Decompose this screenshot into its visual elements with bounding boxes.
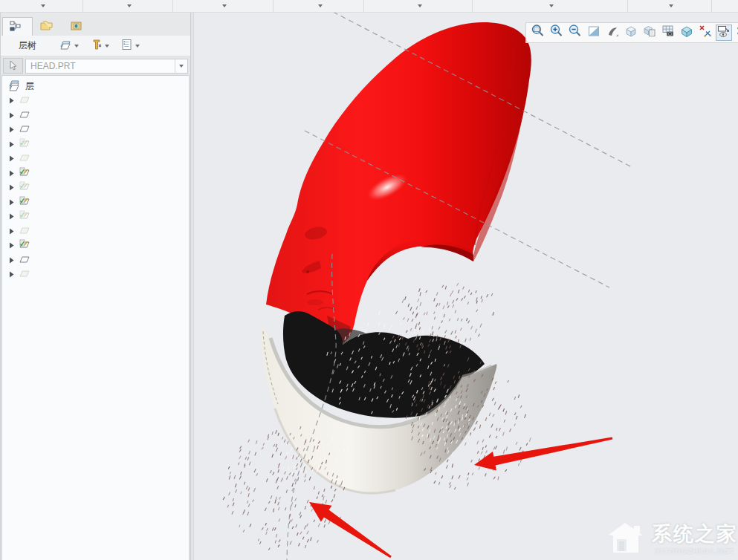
ribbon-tab-7[interactable] <box>628 0 712 12</box>
layer-icon <box>19 123 30 136</box>
layer-tree-panel: 层 <box>1 75 190 560</box>
ribbon-tab-1[interactable] <box>0 0 83 12</box>
dropdown-caret-icon <box>318 4 323 7</box>
perspective-icon <box>679 24 694 42</box>
layer-tree-item[interactable] <box>7 123 189 137</box>
enhanced-realism-icon <box>605 24 620 42</box>
zoom-in-button[interactable] <box>548 25 565 41</box>
ribbon-tab-3[interactable] <box>173 0 273 12</box>
show-spin-center-icon <box>735 24 738 42</box>
cursor-icon <box>8 60 19 71</box>
expand-triangle-icon[interactable] <box>7 112 15 119</box>
repaint-button[interactable] <box>586 25 602 41</box>
expand-triangle-icon[interactable] <box>7 97 15 104</box>
layer-tree-item[interactable] <box>7 224 189 239</box>
panel-tab-2[interactable] <box>33 17 63 36</box>
layer-filled-icon <box>19 225 30 238</box>
expand-triangle-icon[interactable] <box>7 155 15 162</box>
layer-stack-icon <box>59 39 72 53</box>
ribbon-tab-5[interactable] <box>364 0 473 12</box>
layer-tree-item[interactable] <box>7 152 189 166</box>
layer-tree-item[interactable] <box>7 238 189 253</box>
zoom-out-icon <box>568 24 583 42</box>
layer-tree-item[interactable] <box>7 267 189 282</box>
appearance-gallery-icon <box>661 24 676 42</box>
layer-tree-item[interactable] <box>7 166 189 181</box>
expand-triangle-icon[interactable] <box>7 242 15 249</box>
ribbon-tab-2[interactable] <box>83 0 173 12</box>
show-spin-center-button[interactable] <box>734 25 738 41</box>
annotation-display-button[interactable] <box>716 25 732 41</box>
favorites-icon <box>70 20 82 33</box>
expand-triangle-icon[interactable] <box>7 213 15 220</box>
graphics-area[interactable]: 系统之家 XITONGZHIJIA.NET <box>194 13 738 560</box>
expand-triangle-icon[interactable] <box>7 228 15 235</box>
layer-tree-item[interactable] <box>7 195 189 210</box>
zoom-region-button[interactable] <box>530 25 546 41</box>
layer-tree-icon <box>10 20 22 34</box>
layer-tree-root[interactable]: 层 <box>7 79 189 94</box>
layer-filled-icon <box>19 268 30 281</box>
rule-layer-icon <box>19 181 30 194</box>
appearance-gallery-button[interactable] <box>660 25 676 41</box>
ribbon-tab-8[interactable] <box>712 0 738 12</box>
expand-triangle-icon[interactable] <box>7 141 15 148</box>
layer-filled-icon <box>19 94 30 107</box>
dropdown-caret-icon <box>418 4 422 7</box>
layer-settings-button[interactable] <box>88 37 112 55</box>
ribbon-tab-bar <box>0 0 738 13</box>
layer-icon <box>19 109 30 122</box>
model-viewport <box>194 13 738 560</box>
expand-triangle-icon[interactable] <box>7 170 15 177</box>
expand-triangle-icon[interactable] <box>7 126 15 133</box>
zoom-out-button[interactable] <box>567 25 583 41</box>
layer-tree-item[interactable] <box>7 253 189 268</box>
model-selector-row: HEAD.PRT <box>1 56 190 75</box>
layer-tree-item[interactable] <box>7 94 189 108</box>
panel-tab-3[interactable] <box>63 17 93 36</box>
annotation-display-icon <box>716 24 731 42</box>
navigator-sidebar: 层树 HEAD.PRT <box>0 13 190 560</box>
rule-layer-icon <box>19 239 30 252</box>
expand-triangle-icon[interactable] <box>7 271 15 278</box>
datum-display-filters-button[interactable] <box>697 25 713 41</box>
select-tool-button[interactable] <box>3 58 23 74</box>
ribbon-tab-4[interactable] <box>273 0 364 12</box>
combobox-dropdown-icon[interactable] <box>175 59 187 73</box>
layer-tree-root-label: 层 <box>25 80 34 93</box>
model-combobox-value: HEAD.PRT <box>26 61 175 71</box>
layer-tree-item[interactable] <box>7 137 189 152</box>
perspective-button[interactable] <box>679 25 695 41</box>
dropdown-caret-icon <box>127 4 132 7</box>
arrow-right <box>474 437 612 471</box>
expand-triangle-icon[interactable] <box>7 199 15 206</box>
display-style-button[interactable] <box>623 25 639 41</box>
layer-tree-item[interactable] <box>7 108 189 123</box>
layer-tree-item[interactable] <box>7 209 189 224</box>
layer-stack-button[interactable] <box>56 38 82 54</box>
section-button[interactable] <box>641 25 658 41</box>
creo-window: 层树 HEAD.PRT <box>0 0 738 560</box>
expand-triangle-icon[interactable] <box>7 257 15 264</box>
repaint-icon <box>586 24 601 42</box>
panel-tab-1[interactable] <box>2 17 33 36</box>
layer-info-button[interactable] <box>118 37 143 55</box>
datum-display-filters-icon <box>698 24 713 42</box>
ribbon-tab-6[interactable] <box>473 0 628 12</box>
layer-list-icon <box>121 39 133 53</box>
section-icon <box>642 24 657 42</box>
rule-layer-icon <box>19 196 30 209</box>
zoom-in-icon <box>549 24 564 42</box>
dropdown-caret-icon <box>41 4 45 7</box>
enhanced-realism-button[interactable] <box>604 25 621 41</box>
rule-layer-icon <box>19 167 30 180</box>
layer-tree-item[interactable] <box>7 180 189 195</box>
dropdown-caret-icon <box>135 45 140 48</box>
rule-layer-icon <box>19 138 30 151</box>
layer-panel-title: 层树 <box>19 39 36 52</box>
layers-root-icon <box>7 79 21 94</box>
zoom-region-icon <box>531 24 546 42</box>
layer-panel-toolbar: 层树 <box>1 36 190 56</box>
expand-triangle-icon[interactable] <box>7 184 15 191</box>
model-combobox[interactable]: HEAD.PRT <box>25 59 188 74</box>
